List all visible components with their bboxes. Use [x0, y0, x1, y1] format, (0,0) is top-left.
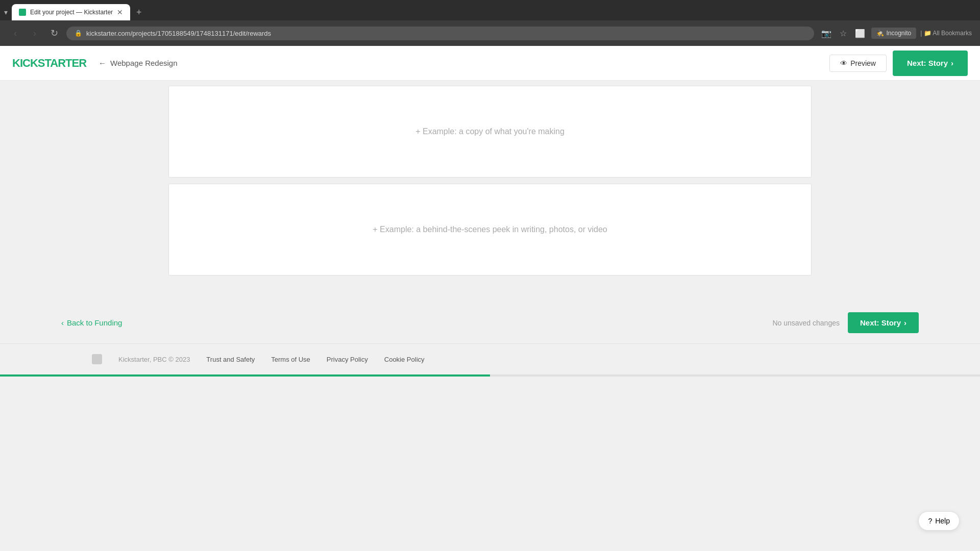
tab-expand-icon[interactable]: ▾: [4, 8, 8, 16]
reward-card-1[interactable]: + Example: a copy of what you're making: [168, 86, 812, 178]
chevron-right-bottom-icon: ›: [904, 318, 906, 327]
no-changes-text: No unsaved changes: [772, 319, 840, 327]
footer-copyright: Kickstarter, PBC © 2023: [118, 356, 190, 363]
main-content: + Example: a copy of what you're making …: [0, 81, 980, 551]
help-label: Help: [935, 517, 950, 525]
all-bookmarks: | 📁 All Bookmarks: [920, 30, 972, 37]
app-header: KICKSTARTER ← Webpage Redesign 👁 Preview…: [0, 46, 980, 81]
question-icon: ?: [928, 517, 932, 525]
preview-label: Preview: [850, 59, 876, 67]
scroll-progress: [0, 374, 490, 377]
profile-icon[interactable]: ⬜: [853, 27, 867, 40]
footer-link-privacy-policy[interactable]: Privacy Policy: [327, 356, 368, 363]
footer: Kickstarter, PBC © 2023 Trust and Safety…: [0, 343, 980, 374]
bottom-right: No unsaved changes Next: Story ›: [772, 312, 919, 333]
forward-button[interactable]: ›: [28, 26, 42, 40]
back-arrow-icon: ‹: [61, 318, 64, 327]
next-story-bottom-button[interactable]: Next: Story ›: [848, 312, 919, 333]
reload-button[interactable]: ↻: [47, 26, 61, 40]
new-tab-button[interactable]: +: [132, 5, 146, 20]
scroll-indicator: [0, 374, 980, 377]
camera-icon[interactable]: 📷: [819, 27, 834, 40]
incognito-label: Incognito: [886, 30, 911, 37]
tab-close-icon[interactable]: ✕: [117, 9, 123, 16]
footer-link-cookie-policy[interactable]: Cookie Policy: [384, 356, 425, 363]
back-button[interactable]: ‹: [8, 26, 22, 40]
nav-arrow-icon: ←: [99, 59, 106, 67]
bottom-bar: ‹ Back to Funding No unsaved changes Nex…: [0, 302, 980, 343]
active-tab[interactable]: Edit your project — Kickstarter ✕: [12, 4, 130, 20]
back-funding-button[interactable]: ‹ Back to Funding: [61, 318, 122, 327]
project-nav: ← Webpage Redesign: [99, 59, 177, 67]
next-story-bottom-label: Next: Story: [860, 318, 901, 327]
header-actions: 👁 Preview Next: Story ›: [829, 51, 968, 76]
bookmark-icon[interactable]: ☆: [838, 27, 849, 40]
footer-logo-icon: [92, 354, 102, 364]
next-story-button[interactable]: Next: Story ›: [893, 51, 968, 76]
reward-card-1-text: + Example: a copy of what you're making: [415, 127, 565, 136]
footer-link-terms-of-use[interactable]: Terms of Use: [271, 356, 310, 363]
chevron-right-icon: ›: [951, 59, 953, 67]
preview-button[interactable]: 👁 Preview: [829, 55, 887, 72]
lock-icon: 🔒: [75, 30, 82, 37]
next-story-label: Next: Story: [907, 59, 948, 67]
incognito-icon: 🕵️: [876, 30, 884, 37]
incognito-button[interactable]: 🕵️ Incognito: [871, 28, 916, 39]
tab-title: Edit your project — Kickstarter: [30, 9, 113, 16]
reward-card-2-text: + Example: a behind-the-scenes peek in w…: [373, 225, 607, 234]
tab-favicon: [19, 9, 26, 16]
url-text: kickstarter.com/projects/1705188549/1748…: [86, 30, 271, 37]
back-funding-label: Back to Funding: [67, 318, 122, 327]
preview-icon: 👁: [840, 59, 847, 67]
reward-card-2[interactable]: + Example: a behind-the-scenes peek in w…: [168, 184, 812, 276]
footer-link-trust-safety[interactable]: Trust and Safety: [206, 356, 255, 363]
address-bar[interactable]: 🔒 kickstarter.com/projects/1705188549/17…: [66, 27, 814, 40]
help-button[interactable]: ? Help: [918, 511, 960, 531]
kickstarter-logo: KICKSTARTER: [12, 57, 86, 70]
project-name: Webpage Redesign: [110, 59, 177, 67]
